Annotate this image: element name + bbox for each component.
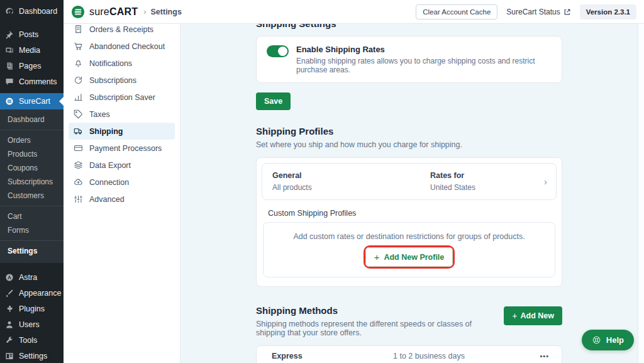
cloud-icon <box>74 177 83 187</box>
sidebar-item-astra[interactable]: Astra <box>0 269 64 285</box>
nav-item-label: Payment Processors <box>89 144 162 153</box>
nav-item-subscriptions[interactable]: Subscriptions <box>69 72 175 89</box>
nav-item-advanced[interactable]: Advanced <box>69 191 175 208</box>
nav-item-connection[interactable]: Connection <box>69 174 175 191</box>
plus-icon: + <box>512 311 517 321</box>
sidebar-item-pages[interactable]: Pages <box>0 58 64 74</box>
submenu-divider <box>0 206 64 206</box>
add-new-method-button[interactable]: + Add New <box>504 306 562 325</box>
add-new-profile-label: Add New Profile <box>384 253 444 262</box>
add-new-method-label: Add New <box>521 311 554 320</box>
profile-row-general[interactable]: General All products Rates for United St… <box>262 163 557 200</box>
shipping-methods-text: Shipping Methods Shipping methods repres… <box>256 305 504 337</box>
header-actions: Clear Account Cache SureCart Status Vers… <box>416 4 636 20</box>
settings-nav: Orders & Receipts Abandoned Checkout Not… <box>64 24 180 363</box>
nav-item-shipping[interactable]: Shipping <box>69 123 175 140</box>
pages-icon <box>5 62 14 70</box>
submenu-item-forms[interactable]: Forms <box>0 223 64 237</box>
sidebar-item-comments[interactable]: Comments <box>0 74 64 89</box>
submenu-divider <box>0 240 64 241</box>
sidebar-item-label: Pages <box>19 62 41 70</box>
method-name: Express <box>272 352 393 360</box>
surecart-submenu: Dashboard Orders Products Coupons Subscr… <box>0 109 64 263</box>
nav-item-label: Shipping <box>89 127 123 136</box>
method-description: 1 to 2 business days <box>393 352 531 360</box>
save-button[interactable]: Save <box>256 92 291 110</box>
clear-account-cache-button[interactable]: Clear Account Cache <box>416 4 497 20</box>
submenu-item-settings[interactable]: Settings <box>0 244 64 258</box>
enable-shipping-description: Enabling shipping rates allows you to ch… <box>296 57 552 74</box>
help-button[interactable]: Help <box>582 330 634 350</box>
sidebar-item-label: Posts <box>19 30 38 39</box>
add-new-profile-button[interactable]: + Add New Profile <box>365 247 453 267</box>
profile-rates-label: Rates for <box>430 171 538 180</box>
nav-item-subscription-saver[interactable]: Subscription Saver <box>69 89 175 106</box>
refresh-icon <box>74 75 83 85</box>
surecart-icon <box>5 97 14 106</box>
dashboard-icon <box>5 7 14 16</box>
sidebar-item-label: Astra <box>19 273 37 282</box>
sidebar-item-tools[interactable]: Tools <box>0 332 64 348</box>
sidebar-item-appearance[interactable]: Appearance <box>0 285 64 301</box>
bell-icon <box>74 59 83 68</box>
nav-item-label: Subscription Saver <box>89 93 155 102</box>
surecart-settings-page: Dashboard Posts Media Pages Comments Sur… <box>0 0 644 363</box>
sidebar-item-label: SureCart <box>19 97 50 106</box>
help-lifebuoy-icon <box>592 335 601 345</box>
nav-item-notifications[interactable]: Notifications <box>69 55 175 72</box>
nav-item-orders-receipts[interactable]: Orders & Receipts <box>69 24 175 38</box>
nav-item-taxes[interactable]: Taxes <box>69 106 175 123</box>
table-row[interactable]: Express 1 to 2 business days ••• <box>257 346 562 363</box>
page-title: Shipping Settings <box>256 24 562 29</box>
wrench-icon <box>5 336 14 345</box>
submenu-item-customers[interactable]: Customers <box>0 189 64 203</box>
media-icon <box>5 46 14 55</box>
profile-rates-value: United States <box>430 183 538 192</box>
settings-icon <box>5 352 14 360</box>
sidebar-item-dashboard[interactable]: Dashboard <box>0 3 64 19</box>
scrollbar-track[interactable] <box>638 24 644 363</box>
nav-item-label: Advanced <box>89 195 125 204</box>
enable-shipping-toggle[interactable] <box>267 45 289 57</box>
surecart-status-link[interactable]: SureCart Status <box>506 8 570 16</box>
sidebar-item-media[interactable]: Media <box>0 42 64 58</box>
submenu-item-coupons[interactable]: Coupons <box>0 161 64 175</box>
sidebar-item-plugins[interactable]: Plugins <box>0 301 64 316</box>
nav-item-payment-processors[interactable]: Payment Processors <box>69 140 175 157</box>
bar-chart-icon <box>74 92 83 102</box>
nav-item-data-export[interactable]: Data Export <box>69 157 175 174</box>
nav-item-label: Orders & Receipts <box>89 25 153 34</box>
submenu-item-products[interactable]: Products <box>0 147 64 161</box>
sidebar-item-users[interactable]: Users <box>0 316 64 332</box>
profile-name: General <box>272 171 430 180</box>
nav-item-abandoned-checkout[interactable]: Abandoned Checkout <box>69 38 175 55</box>
sidebar-item-label: Comments <box>19 77 57 86</box>
truck-icon <box>74 126 83 136</box>
submenu-item-cart[interactable]: Cart <box>0 209 64 223</box>
custom-profiles-label: Custom Shipping Profiles <box>268 209 557 218</box>
profile-scope: All products <box>272 183 430 192</box>
settings-nav-list: Orders & Receipts Abandoned Checkout Not… <box>64 24 180 208</box>
sidebar-item-posts[interactable]: Posts <box>0 26 64 42</box>
cart-icon <box>74 42 83 51</box>
more-options-icon[interactable]: ••• <box>531 352 549 360</box>
shipping-methods-subtitle: Shipping methods represent the different… <box>256 320 497 337</box>
sidebar-item-label: Appearance <box>19 289 61 298</box>
surecart-brand[interactable]: sureCART <box>71 5 138 19</box>
sidebar-item-label: Dashboard <box>19 7 57 16</box>
enable-shipping-text: Enable Shipping Rates Enabling shipping … <box>296 45 552 74</box>
nav-item-label: Abandoned Checkout <box>89 42 165 51</box>
custom-profiles-empty-text: Add custom rates or destination restrict… <box>270 232 548 241</box>
sidebar-item-surecart[interactable]: SureCart <box>0 93 64 109</box>
submenu-item-dashboard[interactable]: Dashboard <box>0 113 64 126</box>
nav-item-label: Subscriptions <box>89 76 136 85</box>
submenu-item-subscriptions[interactable]: Subscriptions <box>0 175 64 189</box>
sidebar-item-label: Tools <box>19 336 37 345</box>
submenu-item-orders[interactable]: Orders <box>0 133 64 147</box>
shipping-profiles-subtitle: Set where you ship and how much you char… <box>256 140 562 149</box>
nav-item-label: Notifications <box>89 59 132 68</box>
shipping-methods-title: Shipping Methods <box>256 305 497 316</box>
comment-icon <box>5 77 14 86</box>
sidebar-item-settings[interactable]: Settings <box>0 348 64 363</box>
shipping-profiles-header: Shipping Profiles Set where you ship and… <box>256 126 562 149</box>
